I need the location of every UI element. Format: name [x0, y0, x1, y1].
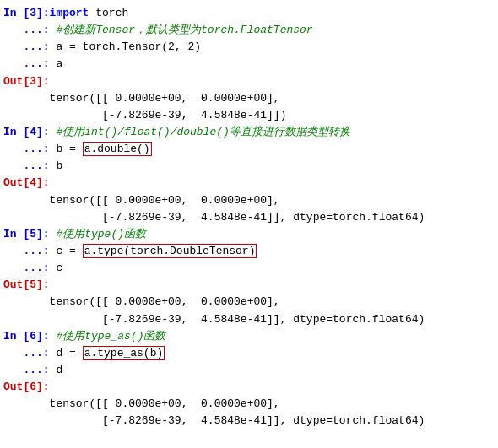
out6-line3: Out[6]: [-7.8269e-39, 4.5848e-41]], dtyp… — [0, 413, 498, 429]
out6-val1: tensor([[ 0.0000e+00, 0.0000e+00], — [50, 396, 495, 413]
in4-cont2: ...: — [3, 158, 50, 175]
in6-cont1: ...: — [3, 345, 50, 362]
comment-text: #创建新Tensor，默认类型为torch.FloatTensor — [50, 24, 313, 36]
in6-line3: ...: d — [0, 362, 498, 379]
in5-line3: ...: c — [0, 260, 498, 277]
out3-val2: [-7.8269e-39, 4.5848e-41]]) — [50, 107, 495, 124]
out3-line2: Out[3]: tensor([[ 0.0000e+00, 0.0000e+00… — [0, 90, 498, 107]
in4-line3: ...: b — [0, 158, 498, 175]
out5-line2: Out[5]: tensor([[ 0.0000e+00, 0.0000e+00… — [0, 294, 498, 310]
in3-line4: ...: a — [0, 56, 498, 73]
highlight-double: a.double() — [83, 142, 152, 156]
in3-comment1: #创建新Tensor，默认类型为torch.FloatTensor — [50, 22, 495, 39]
in4-prompt: In [4]: — [3, 124, 50, 141]
in3-prompt: In [3]: — [3, 5, 50, 22]
out3-line3: Out[3]: [-7.8269e-39, 4.5848e-41]]) — [0, 107, 498, 124]
out3-prompt: Out[3]: — [3, 73, 50, 90]
in3-line1: In [3]: import torch — [0, 5, 498, 22]
in6-line2: ...: d = a.type_as(b) — [0, 345, 498, 362]
in3-code2: a = torch.Tensor(2, 2) — [50, 39, 495, 56]
in3-cont3: ...: — [3, 56, 50, 73]
in4-comment: #使用int()/float()/double()等直接进行数据类型转换 — [50, 124, 495, 141]
out6-val2: [-7.8269e-39, 4.5848e-41]], dtype=torch.… — [50, 413, 495, 429]
in5-comment: #使用type()函数 — [50, 226, 495, 243]
out6-line1: Out[6]: — [0, 379, 498, 396]
notebook-content: In [3]: import torch ...: #创建新Tensor，默认类… — [0, 0, 498, 435]
in6-line1: In [6]: #使用type_as()函数 — [0, 328, 498, 345]
in5-cont1: ...: — [3, 243, 50, 260]
in6-cont2: ...: — [3, 362, 50, 379]
out4-prompt: Out[4]: — [3, 175, 50, 192]
out3-indent1: Out[3]: — [3, 90, 50, 107]
out5-val1: tensor([[ 0.0000e+00, 0.0000e+00], — [50, 294, 495, 310]
out5-val2: [-7.8269e-39, 4.5848e-41]], dtype=torch.… — [50, 311, 495, 328]
in4-code1: b = a.double() — [50, 141, 495, 158]
in5-cont2: ...: — [3, 260, 50, 277]
out4-indent2: Out[4]: — [3, 209, 50, 226]
out4-indent1: Out[4]: — [3, 192, 50, 209]
import-keyword: import — [50, 7, 89, 19]
in4-comment-text: #使用int()/float()/double()等直接进行数据类型转换 — [50, 126, 350, 138]
in4-line1: In [4]: #使用int()/float()/double()等直接进行数据… — [0, 124, 498, 141]
out4-val2: [-7.8269e-39, 4.5848e-41]], dtype=torch.… — [50, 209, 495, 226]
in5-code1: c = a.type(torch.DoubleTensor) — [50, 243, 495, 260]
in4-line2: ...: b = a.double() — [0, 141, 498, 158]
in5-code2: c — [50, 260, 495, 277]
highlight-type-as: a.type_as(b) — [83, 346, 165, 360]
in3-line3: ...: a = torch.Tensor(2, 2) — [0, 39, 498, 56]
out3-indent2: Out[3]: — [3, 107, 50, 124]
in6-code2: d — [50, 362, 495, 379]
in3-cont2: ...: — [3, 39, 50, 56]
highlight-type: a.type(torch.DoubleTensor) — [83, 244, 257, 258]
out3-line1: Out[3]: — [0, 73, 498, 90]
out6-prompt: Out[6]: — [3, 379, 50, 396]
in3-line2: ...: #创建新Tensor，默认类型为torch.FloatTensor — [0, 22, 498, 39]
in4-cont1: ...: — [3, 141, 50, 158]
out6-line2: Out[6]: tensor([[ 0.0000e+00, 0.0000e+00… — [0, 396, 498, 413]
out5-prompt: Out[5]: — [3, 277, 50, 294]
in5-line1: In [5]: #使用type()函数 — [0, 226, 498, 243]
out6-indent2: Out[6]: — [3, 413, 50, 429]
in6-prompt: In [6]: — [3, 328, 50, 345]
out5-line1: Out[5]: — [0, 277, 498, 294]
out4-line3: Out[4]: [-7.8269e-39, 4.5848e-41]], dtyp… — [0, 209, 498, 226]
in5-prompt: In [5]: — [3, 226, 50, 243]
in6-comment-text: #使用type_as()函数 — [50, 330, 166, 343]
out4-line1: Out[4]: — [0, 175, 498, 192]
out4-val1: tensor([[ 0.0000e+00, 0.0000e+00], — [50, 192, 495, 209]
out4-line2: Out[4]: tensor([[ 0.0000e+00, 0.0000e+00… — [0, 192, 498, 209]
in4-code2: b — [50, 158, 495, 175]
out6-indent1: Out[6]: — [3, 396, 50, 413]
in6-code1: d = a.type_as(b) — [50, 345, 495, 362]
out5-indent2: Out[5]: — [3, 311, 50, 328]
in3-code3: a — [50, 56, 495, 73]
out3-val1: tensor([[ 0.0000e+00, 0.0000e+00], — [50, 90, 495, 107]
in3-cont1: ...: — [3, 22, 50, 39]
in5-comment-text: #使用type()函数 — [50, 228, 146, 240]
in6-comment: #使用type_as()函数 — [50, 328, 495, 345]
in3-code1: import torch — [50, 5, 495, 22]
in5-line2: ...: c = a.type(torch.DoubleTensor) — [0, 243, 498, 260]
out5-line3: Out[5]: [-7.8269e-39, 4.5848e-41]], dtyp… — [0, 311, 498, 328]
out5-indent1: Out[5]: — [3, 294, 50, 310]
